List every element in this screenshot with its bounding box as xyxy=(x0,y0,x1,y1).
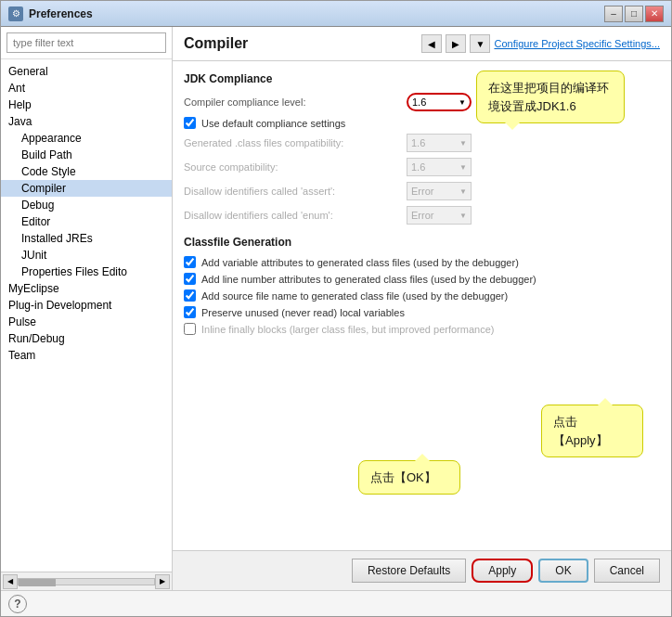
sidebar-item-rundebug[interactable]: Run/Debug xyxy=(1,330,172,347)
use-default-label: Use default compliance settings xyxy=(201,118,345,129)
compliance-level-label: Compiler compliance level: xyxy=(184,96,407,108)
tree-area: General Ant Help Java Appearance Build P… xyxy=(1,59,172,572)
check3-row: Add source file name to generated class … xyxy=(184,289,660,302)
check2-checkbox[interactable] xyxy=(184,273,196,285)
apply-button[interactable]: Apply xyxy=(472,559,533,583)
right-panel: Compiler ◀ ▶ ▼ Configure Project Specifi… xyxy=(173,27,671,590)
sidebar-item-general[interactable]: General xyxy=(1,63,172,80)
window-title: Preferences xyxy=(29,7,604,20)
sidebar-item-team[interactable]: Team xyxy=(1,347,172,364)
panel-header: Compiler ◀ ▶ ▼ Configure Project Specifi… xyxy=(173,27,671,61)
check4-row: Preserve unused (never read) local varia… xyxy=(184,306,660,318)
sidebar-item-debug[interactable]: Debug xyxy=(1,197,172,213)
check1-label: Add variable attributes to generated cla… xyxy=(201,257,519,268)
source-compat-label: Source compatibility: xyxy=(184,161,407,173)
restore-defaults-button[interactable]: Restore Defaults xyxy=(352,559,466,583)
classfile-section-title: Classfile Generation xyxy=(184,236,660,249)
source-compat-dropdown-icon: ▼ xyxy=(459,163,467,172)
compliance-level-select[interactable]: 1.6 ▼ xyxy=(407,93,472,111)
check1-checkbox[interactable] xyxy=(184,256,196,268)
nav-dropdown-button[interactable]: ▼ xyxy=(470,34,490,53)
sidebar-item-buildpath[interactable]: Build Path xyxy=(1,147,172,163)
nav-forward-button[interactable]: ▶ xyxy=(446,34,466,53)
search-input[interactable] xyxy=(6,32,166,53)
preferences-window: ⚙ Preferences – □ ✕ General Ant Help Jav… xyxy=(0,0,672,617)
scroll-right-arrow[interactable]: ▶ xyxy=(155,574,170,589)
sidebar-item-help[interactable]: Help xyxy=(1,96,172,113)
generated-row: Generated .class files compatibility: 1.… xyxy=(184,134,660,152)
panel-body: 在这里把项目的编译环境设置成JDK1.6 JDK Compliance Comp… xyxy=(173,61,671,550)
help-button[interactable]: ? xyxy=(8,595,27,613)
sidebar-item-editor[interactable]: Editor xyxy=(1,213,172,230)
disallow-assert-row: Disallow identifiers called 'assert': Er… xyxy=(184,182,660,200)
help-area: ? xyxy=(1,590,671,616)
compliance-dropdown-icon: ▼ xyxy=(459,98,466,107)
sidebar-item-propertiesfiles[interactable]: Properties Files Edito xyxy=(1,264,172,280)
generated-select[interactable]: 1.6 ▼ xyxy=(407,134,472,152)
check1-row: Add variable attributes to generated cla… xyxy=(184,256,660,268)
configure-project-link[interactable]: Configure Project Specific Settings... xyxy=(494,38,660,49)
check5-row: Inline finally blocks (larger class file… xyxy=(184,323,660,335)
sidebar-item-pulse[interactable]: Pulse xyxy=(1,314,172,330)
ok-button[interactable]: OK xyxy=(538,559,588,583)
generated-label: Generated .class files compatibility: xyxy=(184,137,407,148)
title-bar: ⚙ Preferences – □ ✕ xyxy=(1,1,671,27)
window-icon: ⚙ xyxy=(8,6,23,21)
callout-top: 在这里把项目的编译环境设置成JDK1.6 xyxy=(476,71,625,123)
source-compat-select[interactable]: 1.6 ▼ xyxy=(407,158,472,176)
panel-title: Compiler xyxy=(184,35,248,52)
sidebar-item-codestyle[interactable]: Code Style xyxy=(1,163,172,180)
disallow-assert-label: Disallow identifiers called 'assert': xyxy=(184,186,407,197)
sidebar-item-myeclipse[interactable]: MyEclipse xyxy=(1,280,172,297)
check2-row: Add line number attributes to generated … xyxy=(184,273,660,285)
scroll-thumb xyxy=(19,579,56,586)
check3-label: Add source file name to generated class … xyxy=(201,290,508,302)
check5-checkbox[interactable] xyxy=(184,323,196,335)
generated-dropdown-icon: ▼ xyxy=(459,139,467,148)
search-box xyxy=(1,27,172,59)
close-button[interactable]: ✕ xyxy=(645,6,664,22)
disallow-enum-dropdown-icon: ▼ xyxy=(459,212,467,220)
callout-bottom-right: 点击【Apply】 xyxy=(541,405,643,457)
sidebar-scrollbar[interactable]: ◀ ▶ xyxy=(1,572,172,590)
sidebar-item-compiler[interactable]: Compiler xyxy=(1,180,172,197)
panel-nav: ◀ ▶ ▼ Configure Project Specific Setting… xyxy=(421,34,660,53)
cancel-button[interactable]: Cancel xyxy=(594,559,660,583)
source-compat-row: Source compatibility: 1.6 ▼ xyxy=(184,158,660,176)
scroll-track[interactable] xyxy=(18,578,155,585)
check3-checkbox[interactable] xyxy=(184,289,196,302)
main-content: General Ant Help Java Appearance Build P… xyxy=(1,27,671,590)
disallow-assert-select[interactable]: Error ▼ xyxy=(407,182,472,200)
disallow-assert-dropdown-icon: ▼ xyxy=(459,187,467,196)
disallow-enum-select[interactable]: Error ▼ xyxy=(407,206,472,225)
use-default-checkbox[interactable] xyxy=(184,117,196,129)
minimize-button[interactable]: – xyxy=(604,6,623,22)
check4-checkbox[interactable] xyxy=(184,306,196,318)
window-controls: – □ ✕ xyxy=(604,6,664,22)
sidebar-item-java[interactable]: Java xyxy=(1,113,172,130)
scroll-left-arrow[interactable]: ◀ xyxy=(3,574,18,589)
maximize-button[interactable]: □ xyxy=(625,6,643,22)
disallow-enum-label: Disallow identifiers called 'enum': xyxy=(184,210,407,221)
sidebar-item-ant[interactable]: Ant xyxy=(1,80,172,96)
sidebar-item-appearance[interactable]: Appearance xyxy=(1,130,172,147)
sidebar: General Ant Help Java Appearance Build P… xyxy=(1,27,173,590)
disallow-enum-row: Disallow identifiers called 'enum': Erro… xyxy=(184,206,660,225)
sidebar-item-plugindevelopment[interactable]: Plug-in Development xyxy=(1,297,172,314)
sidebar-item-junit[interactable]: JUnit xyxy=(1,247,172,264)
nav-back-button[interactable]: ◀ xyxy=(421,34,442,53)
panel-footer: Restore Defaults Apply OK Cancel xyxy=(173,550,671,590)
check4-label: Preserve unused (never read) local varia… xyxy=(201,307,405,318)
check2-label: Add line number attributes to generated … xyxy=(201,274,536,285)
callout-bottom-left: 点击【OK】 xyxy=(358,460,460,495)
sidebar-item-installedjres[interactable]: Installed JREs xyxy=(1,230,172,247)
check5-label: Inline finally blocks (larger class file… xyxy=(201,324,494,335)
